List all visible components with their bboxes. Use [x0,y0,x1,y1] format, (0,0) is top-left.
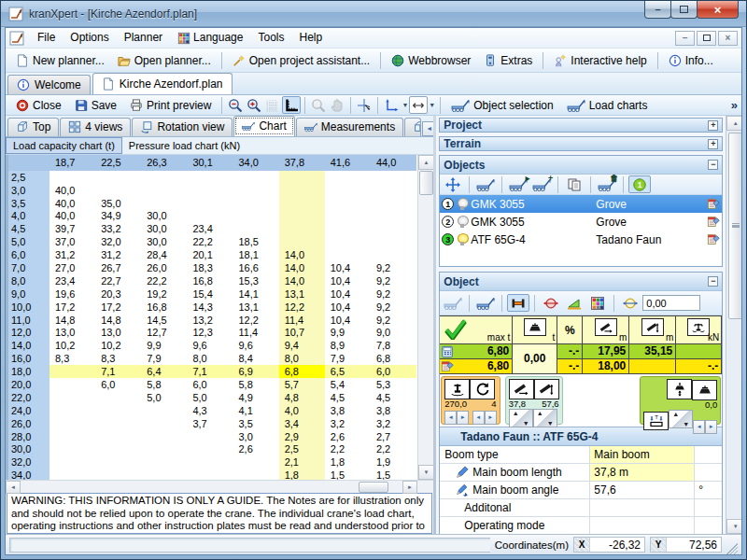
load-cell[interactable]: 9,6 [233,339,279,352]
load-cell[interactable]: 6,8 [279,365,325,378]
load-cell[interactable] [187,184,233,197]
row-header[interactable]: 3,5 [8,197,49,210]
close-plan-button[interactable]: Close [9,96,68,115]
property-row[interactable]: Operating mode [440,517,722,534]
column-header[interactable]: 34,0 [233,155,279,171]
load-cell[interactable]: 6,0 [371,365,416,378]
load-cell[interactable] [95,469,141,479]
load-cell[interactable] [325,184,371,197]
menu-tools[interactable]: Tools [250,29,291,47]
load-cell[interactable] [95,455,141,469]
zoom-out-button[interactable] [226,96,245,114]
load-cell[interactable]: 13,1 [233,301,279,314]
load-cell[interactable]: 37,0 [49,235,95,248]
load-cell[interactable]: 4,3 [187,404,233,417]
load-cell[interactable] [49,391,95,404]
load-cell[interactable]: 5,8 [233,378,279,391]
table-vertical-scrollbar[interactable]: ▲ ▼ [417,155,433,480]
platform-button[interactable]: T [643,412,669,430]
load-cell[interactable] [371,184,416,197]
load-cell[interactable]: 30,0 [141,209,187,222]
property-row[interactable]: Main boom length 37,8 m [440,464,722,482]
ruler-button[interactable] [282,96,301,114]
load-cell[interactable]: 9,2 [371,314,416,327]
load-cell[interactable] [233,197,279,210]
load-cell[interactable]: 5,8 [141,378,187,391]
property-row[interactable]: Boom type Main boom [440,446,722,464]
minimize-button[interactable]: – [644,1,671,19]
load-cell[interactable]: 19,6 [49,287,95,301]
load-cell[interactable] [187,171,233,184]
row-header[interactable]: 16,0 [8,352,49,365]
load-cell[interactable]: 6,5 [325,365,371,378]
load-cell[interactable]: 8,0 [187,352,233,365]
boom-length-button[interactable] [509,379,534,399]
pan-button[interactable] [328,96,346,114]
load-cell[interactable] [187,443,233,456]
load-cell[interactable] [95,171,141,184]
load-cell[interactable]: 14,8 [95,314,141,327]
load-cell[interactable]: 4,5 [371,391,416,404]
load-cell[interactable] [187,430,233,443]
column-header[interactable]: 30,1 [187,155,233,171]
flag-crane-button[interactable]: ▸ [507,175,529,193]
load-cell[interactable]: 40,0 [49,209,95,222]
load-cell[interactable]: 3,2 [371,417,416,430]
load-cell[interactable]: 27,0 [49,261,95,274]
row-header[interactable]: 28,0 [8,430,49,443]
spin-right[interactable]: ► [705,420,717,434]
load-cell[interactable] [233,209,279,222]
load-cell[interactable] [233,455,279,469]
object-selection-button[interactable]: Object selection [444,96,559,115]
color-button[interactable] [586,294,609,312]
row-header[interactable]: 22,0 [8,391,49,404]
load-cell[interactable] [279,209,325,222]
property-value[interactable] [589,499,694,516]
column-header[interactable]: 18,7 [49,155,95,171]
boom-angle-button[interactable] [534,379,559,399]
load-cell[interactable] [279,197,325,210]
column-header[interactable]: 44,0 [371,155,416,171]
scroll-down-button[interactable]: ▼ [726,519,741,534]
load-cell[interactable]: 3,5 [233,417,279,430]
load-cell[interactable]: 5,0 [187,391,233,404]
panel-header-project[interactable]: Project + [439,118,723,133]
panel-header-object[interactable]: Object − [440,273,722,291]
table-horizontal-scrollbar[interactable]: ◄ ► [6,480,433,494]
load-cell[interactable]: 14,0 [279,248,325,261]
axis-dropdown-arrow[interactable]: ▼ [402,102,408,108]
load-cell[interactable]: 10,4 [325,301,371,314]
fit-width-button[interactable] [409,96,428,114]
load-cell[interactable] [233,469,279,479]
resize-grip[interactable] [726,543,738,554]
load-cell[interactable] [141,443,187,456]
row-header[interactable]: 2,5 [8,171,49,184]
row-header[interactable]: 14,0 [8,339,49,352]
load-cell[interactable] [187,209,233,222]
show-numbers-toggle[interactable]: 1 [628,175,651,193]
load-cell[interactable]: 16,6 [233,261,279,274]
rotate-button[interactable] [470,379,495,399]
scroll-thumb[interactable] [728,133,741,319]
scroll-thumb[interactable] [359,482,388,493]
load-cell[interactable]: 10,7 [279,326,325,339]
column-header[interactable]: 41,6 [325,155,371,171]
crane-info-button[interactable] [442,294,464,312]
fit-dropdown-arrow[interactable]: ▼ [429,102,435,108]
load-cell[interactable]: 9,2 [371,261,416,274]
load-cell[interactable]: 11,4 [279,314,325,327]
load-cell[interactable] [141,469,187,479]
scroll-thumb[interactable] [419,171,433,195]
load-cell[interactable]: 3,4 [279,417,325,430]
move-object-button[interactable] [442,175,464,193]
load-cell[interactable]: 2,1 [279,455,325,469]
load-cell[interactable]: 5,4 [325,378,371,391]
load-cell[interactable]: 13,0 [95,326,141,339]
load-cell[interactable]: 14,8 [49,314,95,327]
row-header[interactable]: 9,0 [8,287,49,301]
row-header[interactable]: 12,0 [8,326,49,339]
row-header[interactable]: 4,5 [8,222,49,235]
hook-block-button[interactable] [692,380,717,400]
load-cell[interactable]: 5,7 [279,378,325,391]
load-cell[interactable]: 7,1 [95,365,141,378]
